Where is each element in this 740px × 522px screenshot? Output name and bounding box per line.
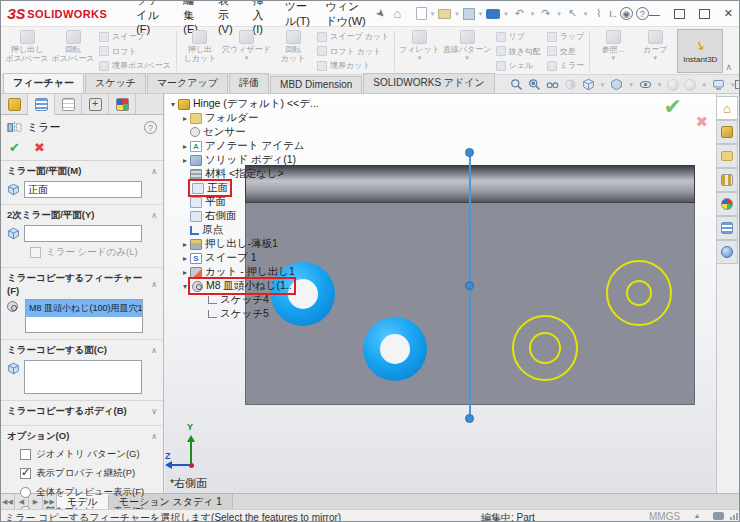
new-document-dropdown[interactable]: ▾	[431, 10, 435, 18]
reference-geometry-dropdown[interactable]: ▾	[611, 54, 615, 62]
propagate-visual-option[interactable]: 表示プロパティ継続(P)	[6, 464, 158, 483]
close-button[interactable]: ✕	[724, 7, 733, 20]
fillet-button[interactable]: フィレット ▾	[398, 29, 440, 73]
task-pane-appearances[interactable]	[717, 192, 738, 216]
draft-button[interactable]: 抜き勾配	[496, 46, 541, 57]
fillet-dropdown[interactable]: ▾	[418, 54, 422, 62]
revolved-boss-base-button[interactable]: 回転 ボス/ベース	[51, 29, 95, 73]
lofted-cut-button[interactable]: ロフト カット	[317, 46, 389, 57]
curves-button[interactable]: カーブ ▾	[635, 29, 675, 73]
hole-wizard-button[interactable]: 穴ウィザード ▾	[222, 29, 271, 73]
undo-icon[interactable]: ↶	[512, 6, 527, 21]
faces-to-mirror-list[interactable]	[24, 360, 142, 394]
undo-dropdown[interactable]: ▾	[531, 10, 535, 18]
help-circle-icon[interactable]: ?	[636, 7, 649, 20]
edit-appearance-icon[interactable]	[667, 79, 679, 91]
task-pane-home[interactable]: ⌂	[717, 96, 738, 120]
select-dropdown[interactable]: ▾	[584, 10, 588, 18]
mirror-plane-handle-bottom[interactable]	[465, 414, 474, 423]
open-dropdown[interactable]: ▾	[455, 10, 459, 18]
mirror-plane-field[interactable]	[24, 181, 142, 198]
wrap-button[interactable]: ラップ	[547, 31, 585, 42]
collapse-arrow-icon[interactable]: ▾	[168, 100, 178, 109]
tree-item-part[interactable]: ▾Hinge (デフォルト) <<デ...	[168, 97, 319, 111]
view-orientation-dropdown[interactable]: ▾	[601, 81, 605, 89]
print-icon[interactable]	[486, 9, 500, 19]
unit-system-dropdown-icon[interactable]: ▴	[695, 511, 699, 520]
save-icon[interactable]	[463, 8, 475, 20]
tab-feature-manager[interactable]	[1, 94, 28, 114]
redo-dropdown[interactable]: ▾	[557, 10, 561, 18]
display-style-icon[interactable]	[610, 78, 623, 91]
tab-display-manager[interactable]	[109, 94, 136, 114]
geometry-pattern-checkbox[interactable]	[20, 449, 31, 460]
instant3d-toggle[interactable]: ↘ Instant3D	[677, 29, 723, 73]
doc-pane-left-icon[interactable]	[735, 80, 740, 89]
pin-menu-icon[interactable]: ➤	[373, 6, 389, 22]
collapse-chevron-icon[interactable]: ∧	[151, 346, 157, 355]
expand-chevron-icon[interactable]: ∨	[151, 407, 157, 416]
collapse-ribbon-icon[interactable]: ∧	[725, 62, 735, 73]
open-icon[interactable]	[438, 9, 451, 19]
help-icon[interactable]	[144, 121, 157, 134]
unit-system[interactable]: MMGS	[649, 511, 680, 522]
geometry-pattern-option[interactable]: ジオメトリ パターン(G)	[6, 445, 158, 464]
collapse-chevron-icon[interactable]: ∧	[151, 211, 157, 220]
menu-tools[interactable]: ツール(T)	[278, 0, 319, 32]
mirror-plane-handle-top[interactable]	[465, 148, 474, 157]
graphics-viewport[interactable]: ▾Hinge (デフォルト) <<デ... ▸フォルダー センサー ▸アノテート…	[165, 94, 716, 493]
display-style-dropdown[interactable]: ▾	[629, 81, 633, 89]
zoom-area-icon[interactable]	[528, 78, 541, 91]
cancel-button[interactable]: ✖	[34, 140, 45, 155]
view-settings-dropdown[interactable]: ▾	[731, 81, 735, 89]
collapse-chevron-icon[interactable]: ∧	[151, 280, 157, 289]
tree-item-front-plane[interactable]: 正面	[168, 181, 319, 195]
tab-features[interactable]: フィーチャー	[3, 73, 84, 93]
print-dropdown[interactable]: ▾	[504, 10, 508, 18]
linear-pattern-button[interactable]: 直線パターン ▾	[443, 29, 492, 73]
swept-boss-button[interactable]: スイープ	[99, 31, 171, 42]
mirror-plane-handle-mid[interactable]	[465, 281, 474, 290]
expand-arrow-icon[interactable]: ▸	[180, 114, 190, 123]
tab-dimxpert-manager[interactable]	[82, 94, 109, 114]
intersect-button[interactable]: 交差	[547, 46, 585, 57]
boundary-boss-button[interactable]: 境界ボス/ベース	[99, 60, 171, 71]
extruded-cut-button[interactable]: 押し出 しカット	[180, 29, 220, 73]
secondary-plane-field[interactable]	[24, 225, 142, 242]
rib-button[interactable]: リブ	[496, 31, 541, 42]
reference-geometry-button[interactable]: 参照... ▾	[593, 29, 633, 73]
extruded-boss-base-button[interactable]: 押し出し ボス/ベース	[5, 29, 49, 73]
maximize-button[interactable]	[699, 9, 710, 19]
revolved-cut-button[interactable]: 回転 カット	[273, 29, 313, 73]
zoom-fit-icon[interactable]	[510, 78, 523, 91]
tab-solidworks-addins[interactable]: SOLIDWORKS アドイン	[363, 73, 495, 93]
boundary-cut-button[interactable]: 境界カット	[317, 60, 389, 71]
layout-button[interactable]	[674, 9, 685, 19]
new-document-icon[interactable]	[416, 7, 427, 20]
hide-show-dropdown[interactable]: ▾	[658, 81, 662, 89]
menu-window[interactable]: ウィンドウ(W)	[318, 0, 374, 32]
collapse-chevron-icon[interactable]: ∧	[151, 432, 157, 441]
tree-item-annotations[interactable]: ▸アノテート アイテム	[168, 139, 319, 153]
select-icon[interactable]: ↖	[565, 6, 580, 21]
tab-sketch[interactable]: スケッチ	[85, 73, 146, 93]
confirmation-ok-icon[interactable]: ✔	[664, 94, 682, 120]
save-dropdown[interactable]: ▾	[479, 10, 483, 18]
expand-arrow-icon[interactable]: ▸	[180, 254, 190, 263]
swept-cut-button[interactable]: スイープ カット	[317, 31, 389, 42]
full-preview-radio[interactable]	[20, 487, 31, 498]
tree-item-sketch5[interactable]: スケッチ5	[168, 307, 319, 321]
lofted-boss-button[interactable]: ロフト	[99, 46, 171, 57]
redo-icon[interactable]: ↷	[538, 6, 553, 21]
seed-only-checkbox[interactable]	[30, 247, 41, 258]
tree-item-sketch4[interactable]: スケッチ4	[168, 293, 319, 307]
confirmation-cancel-icon[interactable]: ✖	[695, 113, 708, 131]
task-pane-resources[interactable]	[717, 240, 738, 264]
section-view-icon[interactable]	[564, 78, 577, 91]
expand-arrow-icon[interactable]: ▸	[180, 142, 190, 151]
apply-scene-dropdown[interactable]: ▾	[702, 81, 706, 89]
tab-configuration-manager[interactable]	[55, 94, 82, 114]
home-icon[interactable]: ⌂	[393, 6, 401, 21]
view-orientation-icon[interactable]	[582, 78, 595, 91]
expand-arrow-icon[interactable]: ▸	[180, 240, 190, 249]
